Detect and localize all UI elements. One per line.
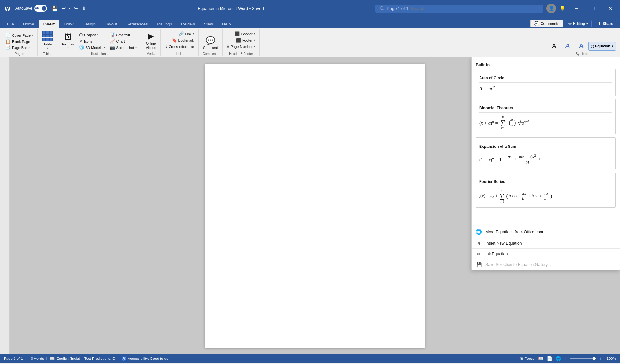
ink-icon: ✏ [476,251,482,257]
equation-fourier-series[interactable]: Fourier Series f(x) = a0 + ∞ ∑ n=1 ( anc… [476,173,616,208]
equation-binomial-theorem[interactable]: Binomial Theorem (x + a)n = n ∑ k=0 ( n … [476,99,616,134]
screenshot-btn[interactable]: 📷Screenshot▾ [108,45,139,51]
binomial-math: (x + a)n = n ∑ k=0 ( n k ) xkan [479,115,612,130]
comments-button[interactable]: 💬 Comments [530,20,563,27]
ribbon-group-illustrations: 🖼 Pictures ▾ ⬡Shapes▾ ✳Icons 🧊3D Models▾… [57,29,141,56]
user-avatar[interactable]: 👤 [546,4,556,13]
tab-layout[interactable]: Layout [100,20,122,28]
more-equations-item[interactable]: 🌐 More Equations from Office.com › [472,226,620,238]
autosave-toggle[interactable]: ON [34,5,47,12]
illustrations-group-label: Illustrations [91,52,108,56]
equation-button[interactable]: π Equation ▾ [588,42,616,51]
globe-icon: 🌐 [476,229,482,235]
header-btn[interactable]: ⬛Header▾ [233,31,257,37]
tab-references[interactable]: References [122,20,152,28]
tab-file[interactable]: File [3,20,18,28]
left-ruler [0,57,10,354]
dropcap-btn[interactable]: A [575,41,588,51]
lightbulb-btn[interactable]: 💡 [558,4,567,13]
cross-reference-btn[interactable]: ⤵Cross-reference [163,44,196,50]
redo-btn[interactable]: ↪ [72,4,80,13]
ink-equation-label: Ink Equation [485,252,508,256]
pages-group-label: Pages [15,52,24,56]
tab-help[interactable]: Help [218,20,235,28]
document-page [205,64,425,348]
binomial-title: Binomial Theorem [479,106,612,110]
page-info[interactable]: Page 1 of 1 [4,357,26,360]
insert-new-equation-item[interactable]: π Insert New Equation [472,238,620,248]
page-number-btn[interactable]: #Page Number▾ [225,44,257,50]
editing-button[interactable]: ✏ Editing ▾ [565,20,592,27]
maximize-btn[interactable]: □ [586,3,601,14]
undo-btn[interactable]: ↩ [60,4,67,13]
text-box-btn[interactable]: A [548,41,561,51]
toggle-knob [42,6,46,11]
icons-btn[interactable]: ✳Icons [78,38,107,44]
link-btn[interactable]: 🔗Link▾ [177,31,196,37]
tab-design[interactable]: Design [78,20,100,28]
ribbon-content: 📄Cover Page▾ 📋Blank Page 📑Page Break Pag… [0,28,620,57]
comment-btn[interactable]: 💬 Comment [201,35,220,51]
pictures-btn[interactable]: 🖼 Pictures ▾ [60,32,76,51]
search-bar[interactable]: Page 1 of 1 [375,5,543,13]
equation-panel-scroll[interactable]: Built-In Area of Circle A = πr2 Binomial… [472,57,620,226]
zoom-out-btn[interactable]: − [564,356,567,361]
zoom-in-btn[interactable]: + [599,356,602,361]
table-btn[interactable]: Table ▾ [40,30,55,51]
tab-mailings[interactable]: Mailings [152,20,177,28]
undo-arrow-btn[interactable]: ▾ [68,5,72,11]
share-button[interactable]: ⬆ Share [594,20,617,27]
insert-equation-label: Insert New Equation [485,241,522,246]
equation-area-of-circle[interactable]: Area of Circle A = πr2 [476,69,616,96]
customize-btn[interactable]: ⬇ [80,5,88,12]
save-icon-btn[interactable]: 💾 [50,4,59,13]
search-icon [380,6,384,11]
smartart-btn[interactable]: 📊SmartArt [108,32,139,38]
page-break-btn[interactable]: 📑Page Break [4,45,35,51]
area-circle-math: A = πr2 [479,85,612,92]
ink-equation-item[interactable]: ✏ Ink Equation [472,248,620,259]
language[interactable]: English (India) [57,357,80,360]
print-layout-btn[interactable]: 📄 [547,356,552,361]
focus-btn[interactable]: ⊞ Focus [520,356,534,361]
tab-home[interactable]: Home [18,20,39,28]
chart-btn[interactable]: 📈Chart [108,38,139,44]
autosave-state: ON [35,7,39,10]
shapes-btn[interactable]: ⬡Shapes▾ [78,32,107,38]
chevron-right-icon: › [615,230,616,234]
tab-draw[interactable]: Draw [59,20,78,28]
wordart-btn[interactable]: A [561,41,574,51]
zoom-slider[interactable] [570,358,596,359]
autosave-area: AutoSave ON [16,5,47,12]
equation-expansion-sum[interactable]: Expansion of a Sum (1 + x)n = 1 + nx 1! … [476,137,616,169]
zoom-percent[interactable]: 100% [605,357,616,360]
text-predictions[interactable]: Text Predictions: On [84,357,118,360]
footer-btn[interactable]: ⬛Footer▾ [234,37,257,43]
save-gallery-label: Save Selection to Equation Gallery... [485,262,551,267]
cover-page-btn[interactable]: 📄Cover Page▾ [4,32,35,38]
save-gallery-icon: 💾 [476,262,482,267]
blank-page-btn[interactable]: 📋Blank Page [4,38,35,45]
search-input[interactable] [411,6,539,11]
ribbon-group-tables: Table ▾ Tables [38,29,57,56]
online-videos-btn[interactable]: ▶ Online Videos [144,31,158,51]
ribbon-group-pages: 📄Cover Page▾ 📋Blank Page 📑Page Break Pag… [1,29,38,56]
accessibility-label[interactable]: Accessibility: Good to go [128,357,169,360]
web-layout-btn[interactable]: 🌐 [555,356,561,361]
tab-insert[interactable]: Insert [39,20,59,28]
accessibility-icon: ♿ [121,356,127,361]
svg-point-2 [380,7,383,10]
read-mode-btn[interactable]: 📖 [538,356,543,361]
status-bar-right: ⊞ Focus 📖 📄 🌐 − + 100% [520,356,616,361]
minimize-btn[interactable]: − [569,3,584,14]
bookmark-btn[interactable]: 🔖Bookmark [170,37,196,43]
tab-view[interactable]: View [200,20,218,28]
3d-models-btn[interactable]: 🧊3D Models▾ [78,45,107,51]
ribbon-group-comments: 💬 Comment Comments [199,29,223,56]
word-count[interactable]: 0 words [28,357,47,360]
tab-review[interactable]: Review [177,20,200,28]
title-right-area: 👤 💡 − □ ✕ [546,3,617,14]
search-placeholder: Page 1 of 1 [387,6,408,11]
status-bar: Page 1 of 1 0 words 📖 English (India) Te… [0,354,620,363]
close-btn[interactable]: ✕ [603,3,617,14]
